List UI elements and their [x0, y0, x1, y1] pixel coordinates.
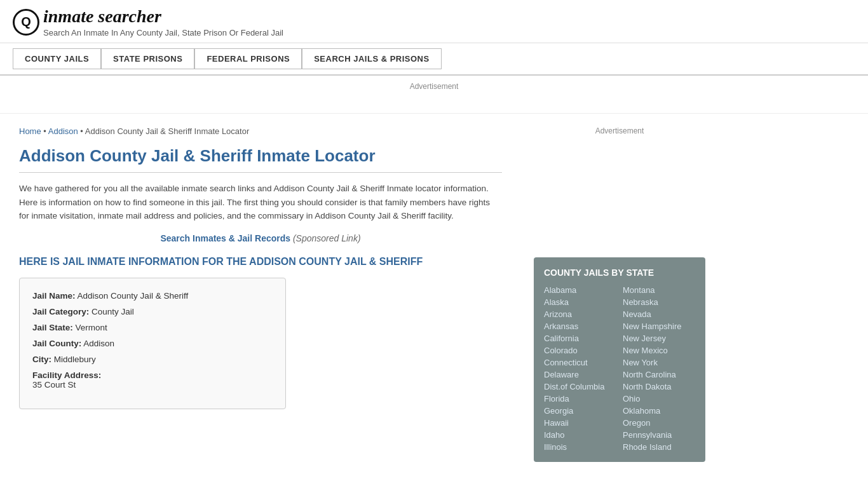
nav-county-jails[interactable]: COUNTY JAILS [13, 48, 101, 69]
state-link[interactable]: Georgia [544, 406, 616, 416]
state-link[interactable]: Illinois [544, 442, 616, 452]
sponsored-label: (Sponsored Link) [293, 233, 361, 243]
logo-text[interactable]: inmate searcher [43, 6, 283, 27]
facility-address-value: 35 Court St [32, 380, 76, 390]
state-link[interactable]: North Carolina [623, 370, 695, 379]
jail-name-label: Jail Name: [32, 291, 76, 301]
state-link[interactable]: California [544, 334, 616, 343]
facility-address-row: Facility Address: 35 Court St [32, 370, 273, 390]
city-value: Middlebury [54, 355, 96, 364]
ad-top-banner: Advertisement [0, 76, 868, 114]
state-link[interactable]: Arizona [544, 309, 616, 319]
state-link[interactable]: Connecticut [544, 358, 616, 367]
inmate-info-heading: HERE IS JAIL INMATE INFORMATION FOR THE … [19, 256, 502, 268]
state-link[interactable]: Dist.of Columbia [544, 382, 616, 391]
state-link[interactable]: Nevada [623, 309, 695, 319]
nav-search-jails[interactable]: SEARCH JAILS & PRISONS [302, 48, 441, 69]
search-inmates-link[interactable]: Search Inmates & Jail Records [160, 233, 290, 243]
state-link[interactable]: Alabama [544, 285, 616, 295]
breadcrumb-current: Addison County Jail & Sheriff Inmate Loc… [85, 126, 249, 136]
jail-category-value: County Jail [92, 307, 134, 316]
logo-icon: Q [13, 9, 39, 36]
state-link[interactable]: Colorado [544, 346, 616, 355]
content-area: Home • Addison • Addison County Jail & S… [0, 114, 521, 468]
jail-county-value: Addison [83, 339, 114, 348]
jail-state-row: Jail State: Vermont [32, 323, 273, 332]
state-link[interactable]: Montana [623, 285, 695, 295]
state-link[interactable]: Oklahoma [623, 406, 695, 416]
header: Q inmate searcher Search An Inmate In An… [0, 0, 868, 43]
state-link[interactable]: New Hampshire [623, 322, 695, 331]
jail-state-label: Jail State: [32, 323, 73, 332]
breadcrumb-home[interactable]: Home [19, 126, 41, 136]
state-link[interactable]: New Mexico [623, 346, 695, 355]
logo-q: Q [21, 15, 31, 29]
nav: COUNTY JAILS STATE PRISONS FEDERAL PRISO… [0, 43, 868, 76]
breadcrumb-addison[interactable]: Addison [48, 126, 78, 136]
page-description: We have gathered for you all the availab… [19, 182, 502, 223]
breadcrumb: Home • Addison • Addison County Jail & S… [19, 126, 502, 136]
state-box: COUNTY JAILS BY STATE AlabamaAlaskaArizo… [534, 257, 705, 462]
jail-name-value: Addison County Jail & Sheriff [78, 291, 189, 301]
state-link[interactable]: Nebraska [623, 297, 695, 307]
jail-state-value: Vermont [76, 323, 107, 332]
nav-state-prisons[interactable]: STATE PRISONS [101, 48, 194, 69]
jail-name-row: Jail Name: Addison County Jail & Sheriff [32, 291, 273, 301]
city-label: City: [32, 355, 51, 364]
search-link-area: Search Inmates & Jail Records (Sponsored… [19, 233, 502, 243]
page-title: Addison County Jail & Sheriff Inmate Loc… [19, 146, 502, 173]
state-col-right: MontanaNebraskaNevadaNew HampshireNew Je… [623, 285, 695, 452]
state-col-left: AlabamaAlaskaArizonaArkansasCaliforniaCo… [544, 285, 616, 452]
jail-category-row: Jail Category: County Jail [32, 307, 273, 316]
state-columns: AlabamaAlaskaArizonaArkansasCaliforniaCo… [544, 285, 695, 452]
state-link[interactable]: Delaware [544, 370, 616, 379]
main-layout: Home • Addison • Addison County Jail & S… [0, 114, 868, 468]
jail-category-label: Jail Category: [32, 307, 89, 316]
sidebar: Advertisement COUNTY JAILS BY STATE Alab… [521, 114, 718, 468]
state-box-title: COUNTY JAILS BY STATE [544, 268, 695, 278]
state-link[interactable]: Oregon [623, 418, 695, 428]
jail-county-row: Jail County: Addison [32, 339, 273, 348]
state-link[interactable]: Rhode Island [623, 442, 695, 452]
tagline: Search An Inmate In Any County Jail, Sta… [43, 28, 283, 37]
state-link[interactable]: New York [623, 358, 695, 367]
state-link[interactable]: Idaho [544, 430, 616, 440]
ad-sidebar: Advertisement [534, 120, 705, 247]
city-row: City: Middlebury [32, 355, 273, 364]
state-link[interactable]: Pennsylvania [623, 430, 695, 440]
facility-address-label: Facility Address: [32, 370, 101, 380]
state-link[interactable]: Arkansas [544, 322, 616, 331]
state-link[interactable]: Hawaii [544, 418, 616, 428]
state-link[interactable]: New Jersey [623, 334, 695, 343]
info-box: Jail Name: Addison County Jail & Sheriff… [19, 278, 286, 409]
state-link[interactable]: Florida [544, 394, 616, 403]
state-link[interactable]: North Dakota [623, 382, 695, 391]
state-link[interactable]: Ohio [623, 394, 695, 403]
state-link[interactable]: Alaska [544, 297, 616, 307]
nav-federal-prisons[interactable]: FEDERAL PRISONS [194, 48, 302, 69]
jail-county-label: Jail County: [32, 339, 81, 348]
logo-area: Q inmate searcher Search An Inmate In An… [13, 6, 855, 37]
